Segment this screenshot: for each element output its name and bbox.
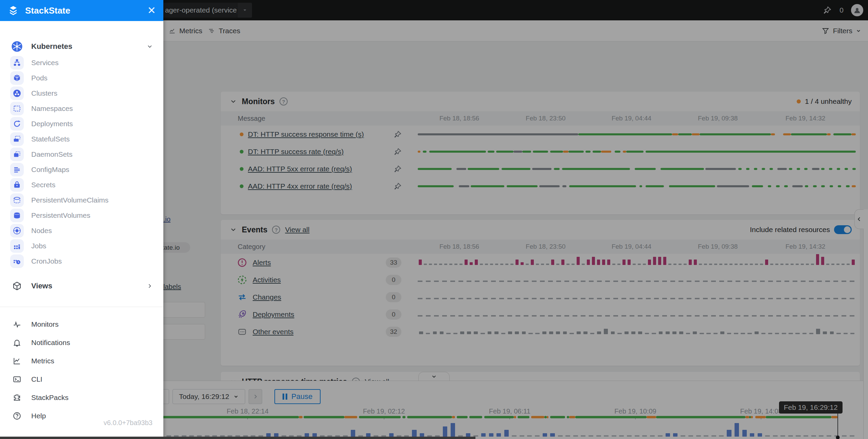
sidebar-item-nodes[interactable]: Nodes bbox=[0, 223, 163, 238]
pods-icon bbox=[10, 71, 24, 85]
sidebar-item-stackpacks[interactable]: StackPacks bbox=[0, 388, 163, 407]
sidebar-item-label: DaemonSets bbox=[31, 150, 72, 158]
sidebar-item-secrets[interactable]: Secrets bbox=[0, 177, 163, 192]
sidebar-item-label: Clusters bbox=[31, 89, 57, 97]
sidebar-item-label: Deployments bbox=[31, 120, 73, 128]
cli-icon bbox=[10, 373, 24, 386]
daemonsets-icon bbox=[10, 148, 24, 161]
sidebar-item-label: Pods bbox=[31, 74, 48, 82]
sidebar-item-configmaps[interactable]: ConfigMaps bbox=[0, 162, 163, 177]
services-icon bbox=[10, 56, 24, 70]
sidebar-item-label: Namespaces bbox=[31, 104, 73, 113]
sidebar-item-label: Nodes bbox=[31, 227, 52, 235]
navigation-drawer: StackState ✕ Kubernetes ServicesPodsClus… bbox=[0, 0, 163, 439]
sidebar-item-deployments[interactable]: Deployments bbox=[0, 116, 163, 131]
sidebar-item-notifications[interactable]: Notifications bbox=[0, 333, 163, 352]
sidebar-item-cli[interactable]: CLI bbox=[0, 370, 163, 388]
sidebar-item-jobs[interactable]: Jobs bbox=[0, 238, 163, 253]
sidebar-item-persistentvolumes[interactable]: PersistentVolumes bbox=[0, 208, 163, 223]
stackpacks-icon bbox=[10, 391, 24, 404]
nodes-icon bbox=[10, 224, 24, 237]
chevron-right-icon bbox=[146, 283, 153, 289]
sidebar-item-label: Monitors bbox=[31, 320, 153, 328]
cronjobs-icon bbox=[10, 254, 24, 268]
sidebar-item-cronjobs[interactable]: CronJobs bbox=[0, 253, 163, 269]
drawer-header: StackState ✕ bbox=[0, 0, 163, 21]
sidebar-item-clusters[interactable]: Clusters bbox=[0, 85, 163, 101]
sidebar-item-label: Services bbox=[31, 59, 59, 67]
sidebar-item-label: StackPacks bbox=[31, 394, 153, 402]
nav-divider bbox=[0, 307, 163, 307]
app-version: v6.0.0+7ba93b3 bbox=[104, 419, 152, 427]
deployments-icon bbox=[10, 117, 24, 131]
configmaps-icon bbox=[10, 163, 24, 176]
sidebar-item-views[interactable]: Views bbox=[0, 277, 163, 295]
horizontal-scrollbar-thumb[interactable] bbox=[0, 437, 475, 439]
sidebar-item-persistentvolumeclaims[interactable]: PersistentVolumeClaims bbox=[0, 192, 163, 208]
sidebar-item-kubernetes[interactable]: Kubernetes bbox=[0, 38, 163, 55]
notifications-icon bbox=[10, 336, 24, 349]
statefulsets-icon bbox=[10, 132, 24, 146]
sidebar-item-services[interactable]: Services bbox=[0, 55, 163, 70]
sidebar-item-label: Notifications bbox=[31, 339, 153, 347]
monitors-icon bbox=[10, 318, 24, 331]
close-icon[interactable]: ✕ bbox=[147, 5, 156, 16]
clusters-icon bbox=[10, 87, 24, 100]
kubernetes-label: Kubernetes bbox=[31, 42, 139, 51]
sidebar-item-daemonsets[interactable]: DaemonSets bbox=[0, 147, 163, 162]
sidebar-item-label: PersistentVolumes bbox=[31, 211, 90, 220]
kubernetes-icon bbox=[10, 40, 24, 53]
sidebar-item-pods[interactable]: Pods bbox=[0, 70, 163, 85]
sidebar-item-label: ConfigMaps bbox=[31, 166, 69, 174]
brand-title: StackState bbox=[25, 5, 141, 16]
chevron-down-icon bbox=[146, 43, 153, 50]
pvc-icon bbox=[10, 193, 24, 207]
namespaces-icon bbox=[10, 102, 24, 115]
jobs-icon bbox=[10, 239, 24, 253]
metrics-icon bbox=[10, 354, 24, 368]
sidebar-item-label: Jobs bbox=[31, 242, 46, 250]
sidebar-item-metrics[interactable]: Metrics bbox=[0, 352, 163, 370]
views-label: Views bbox=[31, 282, 139, 290]
sidebar-item-label: Metrics bbox=[31, 357, 153, 365]
sidebar-item-label: CronJobs bbox=[31, 257, 62, 265]
stackstate-logo-icon bbox=[7, 5, 19, 16]
stackstate-app: ager-operated (service) 0 bbox=[0, 0, 868, 439]
help-icon bbox=[10, 409, 24, 423]
sidebar-item-label: Secrets bbox=[31, 181, 55, 189]
sidebar-item-namespaces[interactable]: Namespaces bbox=[0, 101, 163, 116]
pv-icon bbox=[10, 209, 24, 222]
drawer-nav: Kubernetes ServicesPodsClustersNamespace… bbox=[0, 38, 163, 425]
secrets-icon bbox=[10, 178, 24, 192]
views-cube-icon bbox=[10, 279, 24, 293]
sidebar-item-label: StatefulSets bbox=[31, 135, 70, 143]
sidebar-item-monitors[interactable]: Monitors bbox=[0, 315, 163, 333]
sidebar-item-label: PersistentVolumeClaims bbox=[31, 196, 109, 204]
sidebar-item-label: CLI bbox=[31, 375, 153, 383]
sidebar-item-statefulsets[interactable]: StatefulSets bbox=[0, 131, 163, 147]
